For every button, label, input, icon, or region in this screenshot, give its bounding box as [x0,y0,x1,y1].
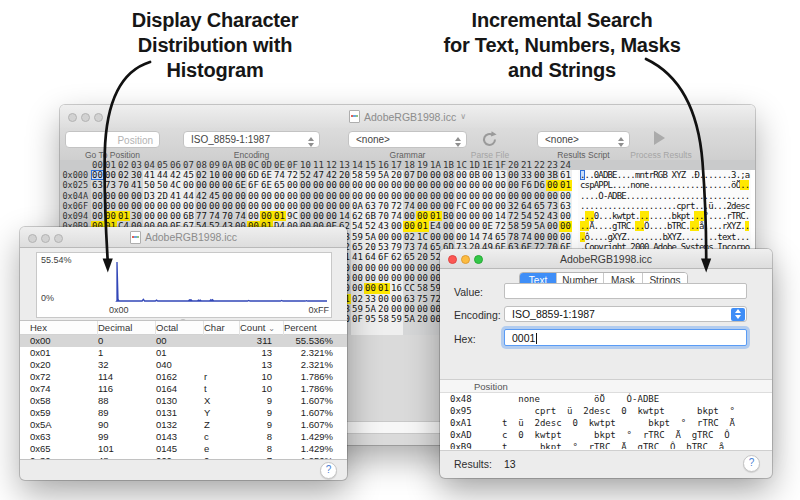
hex-byte[interactable]: 00 [429,180,442,190]
hex-byte[interactable]: 00 [195,201,208,211]
hex-byte[interactable]: 00 [390,263,403,273]
hex-byte[interactable]: 74 [390,211,403,221]
hex-byte[interactable]: 72 [507,211,520,221]
hex-input[interactable]: 0001 [504,329,747,346]
hex-byte[interactable]: 00 [494,180,507,190]
hex-byte[interactable]: 00 [416,263,429,273]
hex-byte[interactable]: 00 [377,180,390,190]
hex-byte[interactable]: 74 [208,211,221,221]
hex-byte[interactable]: 00 [182,180,195,190]
hex-byte[interactable]: 00 [559,191,572,201]
hex-byte[interactable]: 00 [325,191,338,201]
hex-byte[interactable] [416,324,429,334]
hex-byte[interactable]: 00 [364,283,377,293]
hex-byte[interactable]: 00 [221,201,234,211]
hex-byte[interactable]: FC [455,201,468,211]
hex-byte[interactable]: 00 [546,221,559,231]
hex-byte[interactable]: 00 [494,191,507,201]
hex-byte[interactable]: 20 [416,314,429,324]
hex-byte[interactable]: 6B [364,211,377,221]
hex-byte[interactable]: 72 [494,221,507,231]
hex-byte[interactable]: 58 [351,170,364,180]
hex-byte[interactable]: 00 [221,170,234,180]
hex-byte[interactable]: 2D [156,191,169,201]
hex-byte[interactable]: 62 [351,211,364,221]
hex-byte[interactable]: 20 [364,242,377,252]
hex-byte[interactable]: 52 [533,211,546,221]
hex-byte[interactable] [377,324,390,334]
hex-ascii-text[interactable]: .....................cprt...ü...2desc [578,201,751,211]
hex-byte[interactable]: 01 [559,180,572,190]
hex-byte[interactable]: 00 [208,201,221,211]
minimize-button[interactable] [41,234,50,243]
hex-byte[interactable]: 00 [91,191,104,201]
hex-byte[interactable]: 00 [390,191,403,201]
help-button[interactable]: ? [743,455,760,472]
hex-byte[interactable]: 42 [169,170,182,180]
hex-byte[interactable]: 00 [390,232,403,242]
hex-byte[interactable]: 00 [442,232,455,242]
hex-byte[interactable]: 0E [481,221,494,231]
hex-byte[interactable]: 00 [208,180,221,190]
hex-byte[interactable]: 72 [286,170,299,180]
hex-byte[interactable]: 00 [507,191,520,201]
hex-byte[interactable]: 00 [351,263,364,273]
hex-byte[interactable]: 00 [169,211,182,221]
hex-byte[interactable] [403,324,416,334]
hex-byte[interactable]: 00 [338,201,351,211]
hex-byte[interactable]: 00 [351,283,364,293]
hex-byte[interactable]: 02 [117,170,130,180]
hex-byte[interactable]: 00 [182,201,195,211]
hex-byte[interactable]: 43 [546,211,559,221]
hex-byte[interactable]: 9C [286,211,299,221]
hex-byte[interactable]: 00 [468,191,481,201]
hex-byte[interactable]: 00 [442,221,455,231]
hex-byte[interactable]: F6 [520,180,533,190]
results-table-rows[interactable]: 0x48 none öÖ Ó-ADBE0x95 cprt ü 2desc 0 k… [440,393,772,449]
hex-byte[interactable]: 00 [312,201,325,211]
hex-byte[interactable]: 00 [338,180,351,190]
hex-byte[interactable]: 00 [377,191,390,201]
hex-byte[interactable]: 63 [91,180,104,190]
hex-byte[interactable]: 00 [455,232,468,242]
hex-byte[interactable]: 3B [546,170,559,180]
hex-byte[interactable] [390,324,403,334]
hex-byte[interactable]: 73 [546,201,559,211]
hex-byte[interactable]: 00 [234,201,247,211]
hex-byte[interactable]: 00 [286,191,299,201]
chevron-down-icon[interactable]: ∨ [460,112,466,121]
hex-byte[interactable]: 00 [364,263,377,273]
hex-byte[interactable]: 5A [377,170,390,180]
hex-byte[interactable]: 6E [260,180,273,190]
hex-ascii-text[interactable]: .ô....gXYZ........bXYZ........text... [578,232,751,242]
hex-byte[interactable]: 00 [130,201,143,211]
table-row[interactable]: 0x741160164t101.786% [20,383,347,395]
hex-byte[interactable]: 74 [403,201,416,211]
table-row[interactable]: 0x0000031155.536% [20,335,347,347]
hex-byte[interactable]: 00 [377,232,390,242]
hex-byte[interactable]: 41 [351,252,364,262]
hex-byte[interactable]: 53 [377,242,390,252]
hex-byte[interactable]: 00 [533,170,546,180]
hex-byte[interactable]: 00 [247,211,260,221]
hex-byte[interactable]: 00 [104,201,117,211]
hex-byte[interactable]: 74 [481,232,494,242]
hex-byte[interactable]: 00 [169,201,182,211]
zoom-button[interactable] [54,234,63,243]
hex-byte[interactable]: 00 [481,201,494,211]
parse-file-refresh-icon[interactable] [480,130,499,149]
hex-byte[interactable]: 00 [221,180,234,190]
hex-byte[interactable]: 75 [416,294,429,304]
table-row[interactable]: 0x63990143c81.429% [20,431,347,443]
hex-byte[interactable]: 79 [390,242,403,252]
hex-byte[interactable]: 45 [182,170,195,180]
hex-byte[interactable]: 00 [442,191,455,201]
hex-byte[interactable]: 00 [416,304,429,314]
hex-byte[interactable]: 00 [546,191,559,201]
hex-byte[interactable]: 64 [364,252,377,262]
hex-byte[interactable]: 00 [260,201,273,211]
hex-byte[interactable]: 70 [377,211,390,221]
hex-byte[interactable] [351,324,364,334]
hex-byte[interactable]: 65 [351,242,364,252]
hex-byte[interactable]: 50 [156,180,169,190]
